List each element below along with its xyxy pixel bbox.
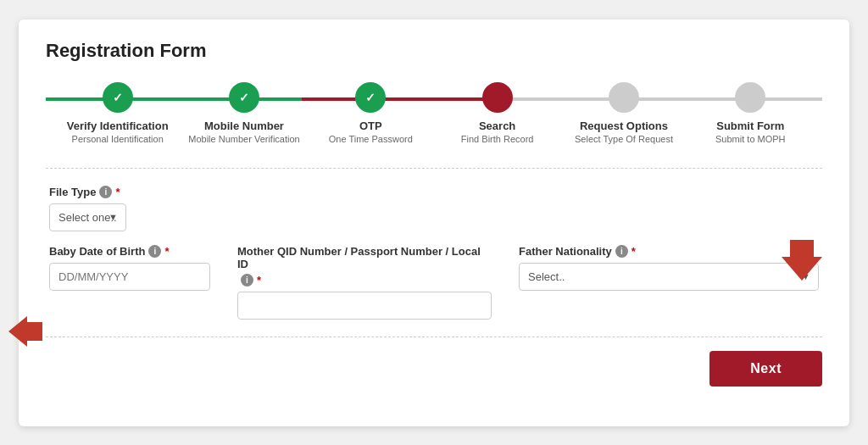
father-nationality-group: Father Nationality i * Select.. xyxy=(519,245,819,291)
footer-row: Next xyxy=(46,351,822,387)
step-submit: Submit Form Submit to MOPH xyxy=(687,82,814,144)
step-sub-verify: Personal Identification xyxy=(72,134,164,144)
mother-qid-group: Mother QID Number / Passport Number / Lo… xyxy=(237,245,492,320)
father-nationality-select-wrapper: Select.. xyxy=(519,263,819,291)
arrow-left-indicator xyxy=(8,316,42,347)
step-circle-otp: ✓ xyxy=(355,82,386,113)
step-label-submit: Submit Form xyxy=(716,120,784,132)
step-label-mobile: Mobile Number xyxy=(204,120,284,132)
step-sub-mobile: Mobile Number Verification xyxy=(188,134,299,144)
mother-qid-label: Mother QID Number / Passport Number / Lo… xyxy=(237,245,492,286)
step-sub-request: Select Type Of Request xyxy=(575,134,673,144)
step-sub-otp: One Time Password xyxy=(329,134,413,144)
step-label-request: Request Options xyxy=(580,120,668,132)
step-mobile: ✓ Mobile Number Mobile Number Verificati… xyxy=(181,82,307,144)
arrow-down-indicator xyxy=(782,240,822,281)
arrow-left-body xyxy=(27,322,42,341)
top-divider xyxy=(46,168,822,169)
father-nationality-info-icon[interactable]: i xyxy=(615,245,628,258)
step-sub-search: Find Birth Record xyxy=(461,134,534,144)
form-row-1: File Type i * Select one.. xyxy=(49,186,819,231)
baby-dob-group: Baby Date of Birth i * xyxy=(49,245,210,291)
baby-dob-info-icon[interactable]: i xyxy=(148,245,161,258)
baby-dob-input[interactable] xyxy=(49,263,210,291)
father-nationality-select[interactable]: Select.. xyxy=(519,263,819,291)
form-section: File Type i * Select one.. Baby Date of … xyxy=(46,186,822,320)
step-verify: ✓ Verify Identification Personal Identif… xyxy=(54,82,181,144)
next-button[interactable]: Next xyxy=(709,351,822,387)
arrow-left-head xyxy=(8,316,27,347)
step-request: Request Options Select Type Of Request xyxy=(560,82,687,144)
baby-dob-label: Baby Date of Birth i * xyxy=(49,245,210,258)
baby-dob-required: * xyxy=(164,245,169,258)
registration-form-card: Registration Form ✓ Verify Identificatio… xyxy=(19,19,849,426)
file-type-info-icon[interactable]: i xyxy=(99,186,112,198)
arrow-body xyxy=(790,240,814,257)
file-type-select-wrapper: Select one.. xyxy=(49,203,126,231)
step-circle-mobile: ✓ xyxy=(229,82,259,113)
step-otp: ✓ OTP One Time Password xyxy=(308,82,434,144)
mother-qid-info-icon[interactable]: i xyxy=(241,274,253,286)
step-label-search: Search xyxy=(479,120,515,132)
mother-qid-input[interactable] xyxy=(237,292,492,320)
step-label-verify: Verify Identification xyxy=(67,120,169,132)
file-type-select[interactable]: Select one.. xyxy=(49,203,126,231)
stepper: ✓ Verify Identification Personal Identif… xyxy=(46,82,822,144)
step-circle-request xyxy=(609,82,639,113)
mother-qid-required: * xyxy=(257,274,261,286)
step-circle-verify: ✓ xyxy=(103,82,133,113)
step-circle-submit xyxy=(735,82,765,113)
arrow-head xyxy=(782,257,822,281)
page-title: Registration Form xyxy=(46,40,822,62)
step-search: Search Find Birth Record xyxy=(434,82,560,144)
file-type-required: * xyxy=(115,186,120,198)
footer-divider xyxy=(46,337,822,337)
file-type-group: File Type i * Select one.. xyxy=(49,186,126,231)
step-circle-search xyxy=(482,82,513,113)
father-nationality-required: * xyxy=(632,245,636,258)
step-label-otp: OTP xyxy=(359,120,382,132)
father-nationality-label: Father Nationality i * xyxy=(519,245,819,258)
file-type-label: File Type i * xyxy=(49,186,126,198)
step-sub-submit: Submit to MOPH xyxy=(715,134,786,144)
form-row-2: Baby Date of Birth i * Mother QID Number… xyxy=(49,245,819,320)
